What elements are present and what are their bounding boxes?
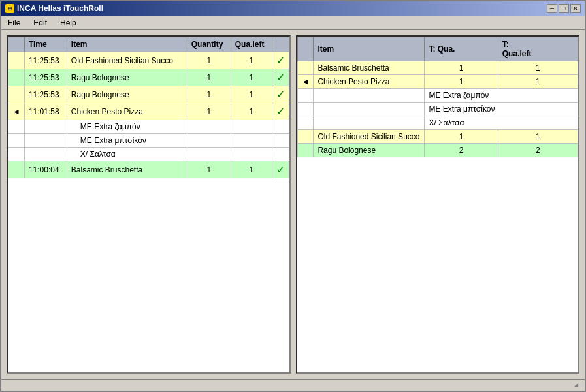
arrow-cell	[8, 86, 25, 103]
left-table: Time Item Quantity Qua.left 11:25:53 Old…	[8, 37, 289, 178]
right-table-row[interactable]: ME Extra ζαμπόν	[297, 89, 578, 103]
right-panel: Item T: Qua. T:Qua.left Balsamic Brusche…	[296, 35, 580, 374]
right-table: Item T: Qua. T:Qua.left Balsamic Brusche…	[297, 37, 579, 157]
left-table-row[interactable]: ME Extra μπτσίκον	[8, 134, 289, 148]
time-cell	[24, 120, 67, 134]
check-cell	[272, 148, 289, 161]
check-icon: ✓	[276, 89, 285, 100]
right-item-cell: Old Fashioned Sicilian Succo	[314, 130, 425, 144]
right-t-qua-cell: 1	[425, 61, 498, 75]
check-cell: ✓	[272, 103, 289, 120]
time-cell: 11:00:04	[24, 161, 67, 178]
menu-file[interactable]: File	[4, 17, 24, 29]
right-item-cell: Balsamic Bruschetta	[314, 61, 425, 75]
left-col-quantity: Quantity	[187, 37, 231, 52]
right-arrow-cell	[297, 130, 314, 144]
left-table-row[interactable]: 11:25:53 Ragu Bolognese 1 1 ✓	[8, 86, 289, 103]
quantity-cell	[187, 134, 231, 148]
minimize-button[interactable]: ─	[547, 4, 557, 13]
qua-left-cell	[231, 134, 272, 148]
right-t-qua-cell: ME Extra μπτσίκον	[425, 103, 578, 116]
left-table-row[interactable]: ◄ 11:01:58 Chicken Pesto Pizza 1 1 ✓	[8, 103, 289, 120]
right-col-item: Item	[314, 37, 425, 61]
arrow-cell	[8, 148, 25, 161]
right-table-row[interactable]: ◄ Chicken Pesto Pizza 1 1	[297, 75, 578, 89]
left-col-item: Item	[67, 37, 187, 52]
right-arrow-cell	[297, 61, 314, 75]
main-window: ⊞ INCA Hellas iTouchRoll ─ □ ✕ File Edit…	[0, 0, 586, 392]
right-item-cell	[314, 116, 425, 130]
right-t-qua-left-cell: 1	[498, 75, 578, 89]
right-col-t-qua-left: T:Qua.left	[498, 37, 578, 61]
right-table-row[interactable]: Balsamic Bruschetta 1 1	[297, 61, 578, 75]
title-bar-buttons: ─ □ ✕	[547, 4, 581, 13]
right-t-qua-cell: ME Extra ζαμπόν	[425, 89, 578, 103]
right-arrow-cell	[297, 144, 314, 157]
right-item-cell: Ragu Bolognese	[314, 144, 425, 157]
right-table-row[interactable]: Χ/ Σαλτσα	[297, 116, 578, 130]
app-icon: ⊞	[5, 4, 14, 13]
qua-left-cell: 1	[231, 86, 272, 103]
quantity-cell: 1	[187, 161, 231, 178]
arrow-cell	[8, 69, 25, 86]
quantity-cell: 1	[187, 69, 231, 86]
right-t-qua-cell: 2	[425, 144, 498, 157]
menu-help[interactable]: Help	[56, 17, 80, 29]
qua-left-cell: 1	[231, 69, 272, 86]
arrow-cell: ◄	[8, 103, 25, 120]
right-table-row[interactable]: Old Fashioned Sicilian Succo 1 1	[297, 130, 578, 144]
resize-grip: ◢	[574, 382, 582, 389]
item-cell: Ragu Bolognese	[67, 86, 187, 103]
item-cell: Ragu Bolognese	[67, 69, 187, 86]
time-cell	[24, 134, 67, 148]
check-icon: ✓	[276, 72, 285, 83]
quantity-cell	[187, 148, 231, 161]
time-cell	[24, 148, 67, 161]
left-table-row[interactable]: 11:25:53 Old Fashioned Sicilian Succo 1 …	[8, 52, 289, 69]
right-t-qua-left-cell: 1	[498, 130, 578, 144]
check-cell: ✓	[272, 86, 289, 103]
arrow-cell	[8, 52, 25, 69]
left-col-qua-left: Qua.left	[231, 37, 272, 52]
right-col-arrow	[297, 37, 314, 61]
right-t-qua-cell: Χ/ Σαλτσα	[425, 116, 578, 130]
left-table-row[interactable]: ME Extra ζαμπόν	[8, 120, 289, 134]
item-cell: Chicken Pesto Pizza	[67, 103, 187, 120]
arrow-cell	[8, 134, 25, 148]
quantity-cell	[187, 120, 231, 134]
quantity-cell: 1	[187, 86, 231, 103]
item-cell: Χ/ Σαλτσα	[67, 148, 187, 161]
left-col-time: Time	[24, 37, 67, 52]
right-item-cell	[314, 89, 425, 103]
content-area: Time Item Quantity Qua.left 11:25:53 Old…	[1, 30, 585, 379]
right-col-t-qua: T: Qua.	[425, 37, 498, 61]
right-table-row[interactable]: Ragu Bolognese 2 2	[297, 144, 578, 157]
check-icon: ✓	[276, 106, 285, 117]
check-cell	[272, 134, 289, 148]
item-cell: Balsamic Bruschetta	[67, 161, 187, 178]
right-arrow-cell	[297, 89, 314, 103]
right-item-cell	[314, 103, 425, 116]
window-title: INCA Hellas iTouchRoll	[17, 4, 103, 13]
time-cell: 11:25:53	[24, 52, 67, 69]
close-button[interactable]: ✕	[570, 4, 581, 13]
right-arrow-cell	[297, 103, 314, 116]
maximize-button[interactable]: □	[559, 4, 569, 13]
menu-edit[interactable]: Edit	[29, 17, 51, 29]
right-arrow-cell	[297, 116, 314, 130]
left-table-row[interactable]: 11:25:53 Ragu Bolognese 1 1 ✓	[8, 69, 289, 86]
left-table-row[interactable]: 11:00:04 Balsamic Bruschetta 1 1 ✓	[8, 161, 289, 178]
check-cell: ✓	[272, 52, 289, 69]
item-cell: ME Extra μπτσίκον	[67, 134, 187, 148]
left-col-check	[272, 37, 289, 52]
check-icon: ✓	[276, 164, 285, 175]
right-table-row[interactable]: ME Extra μπτσίκον	[297, 103, 578, 116]
left-panel: Time Item Quantity Qua.left 11:25:53 Old…	[7, 35, 291, 374]
check-cell: ✓	[272, 161, 289, 178]
item-cell: Old Fashioned Sicilian Succo	[67, 52, 187, 69]
right-arrow-icon: ◄	[302, 77, 310, 86]
arrow-cell	[8, 120, 25, 134]
right-t-qua-left-cell: 2	[498, 144, 578, 157]
left-table-row[interactable]: Χ/ Σαλτσα	[8, 148, 289, 161]
right-arrow-cell: ◄	[297, 75, 314, 89]
